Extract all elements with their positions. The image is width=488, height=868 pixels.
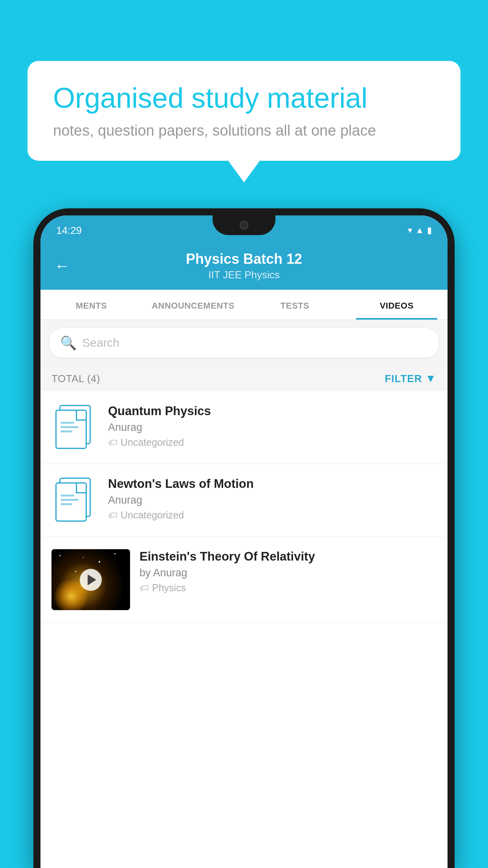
document-icon-1 [55,405,95,450]
filter-icon: ▼ [425,372,437,385]
filter-bar: TOTAL (4) FILTER ▼ [40,366,448,391]
item-title-2: Newton's Laws of Motion [108,476,437,491]
tabs-bar: MENTS ANNOUNCEMENTS TESTS VIDEOS [40,290,448,320]
content-list: Quantum Physics Anurag 🏷 Uncategorized [40,391,448,868]
status-time: 14:29 [56,224,82,237]
header-title-block: Physics Batch 12 IIT JEE Physics [78,251,410,281]
item-tag-label-2: Uncategorized [121,509,184,521]
item-content-3: Einstein's Theory Of Relativity by Anura… [139,549,437,594]
list-item[interactable]: Quantum Physics Anurag 🏷 Uncategorized [40,391,448,464]
item-author-3: by Anurag [139,567,437,579]
app-header: ← Physics Batch 12 IIT JEE Physics [40,243,448,290]
item-content-1: Quantum Physics Anurag 🏷 Uncategorized [108,404,437,448]
speech-bubble: Organised study material notes, question… [28,61,460,161]
phone-notch [213,215,275,235]
item-tag-2: 🏷 Uncategorized [108,509,437,521]
total-count: TOTAL (4) [51,373,100,385]
speech-bubble-title: Organised study material [53,83,435,114]
item-title-3: Einstein's Theory Of Relativity [139,549,437,564]
star [75,571,76,572]
item-tag-3: 🏷 Physics [139,582,437,594]
phone-screen: 14:29 ▾ ▲ ▮ ← Physics Batch 12 IIT JEE P… [40,215,448,868]
item-author-2: Anurag [108,494,437,506]
search-container: 🔍 Search [40,320,448,366]
signal-icon: ▲ [415,225,424,235]
tag-icon-2: 🏷 [108,510,117,521]
phone-frame: 14:29 ▾ ▲ ▮ ← Physics Batch 12 IIT JEE P… [33,208,455,868]
speech-bubble-arrow [228,161,260,182]
battery-icon: ▮ [427,225,432,235]
tag-icon-3: 🏷 [139,583,149,594]
status-bar: 14:29 ▾ ▲ ▮ [40,215,448,243]
speech-bubble-subtitle: notes, question papers, solutions all at… [53,122,435,139]
back-button[interactable]: ← [54,257,70,275]
search-placeholder: Search [82,336,119,349]
item-tag-1: 🏷 Uncategorized [108,437,437,448]
item-author-1: Anurag [108,421,437,434]
star [59,555,61,556]
list-item[interactable]: Newton's Laws of Motion Anurag 🏷 Uncateg… [40,464,448,537]
star [114,553,116,554]
item-tag-label-1: Uncategorized [121,437,184,448]
tab-videos[interactable]: VIDEOS [346,290,448,320]
header-title: Physics Batch 12 [78,251,410,267]
item-video-thumbnail-3 [51,549,130,610]
search-icon: 🔍 [60,335,77,351]
filter-button[interactable]: FILTER ▼ [385,372,437,385]
item-tag-label-3: Physics [152,582,186,594]
tab-announcements[interactable]: ANNOUNCEMENTS [142,290,244,320]
search-input-wrapper[interactable]: 🔍 Search [49,328,439,358]
play-button-3[interactable] [80,569,102,591]
item-thumbnail-2 [51,476,99,524]
item-title-1: Quantum Physics [108,404,437,418]
status-icons: ▾ ▲ ▮ [408,225,432,235]
document-icon-2 [55,478,95,523]
star [99,561,100,563]
play-triangle-icon [88,574,96,585]
header-subtitle: IIT JEE Physics [78,269,410,281]
list-item[interactable]: Einstein's Theory Of Relativity by Anura… [40,537,448,623]
speech-bubble-container: Organised study material notes, question… [28,61,460,182]
tab-tests[interactable]: TESTS [244,290,346,320]
wifi-icon: ▾ [408,225,412,235]
star [83,557,84,558]
filter-label: FILTER [385,373,422,385]
tab-ments[interactable]: MENTS [40,290,142,320]
item-content-2: Newton's Laws of Motion Anurag 🏷 Uncateg… [108,476,437,521]
item-thumbnail-1 [51,404,99,451]
camera-dot [240,221,248,230]
tag-icon-1: 🏷 [108,437,117,448]
